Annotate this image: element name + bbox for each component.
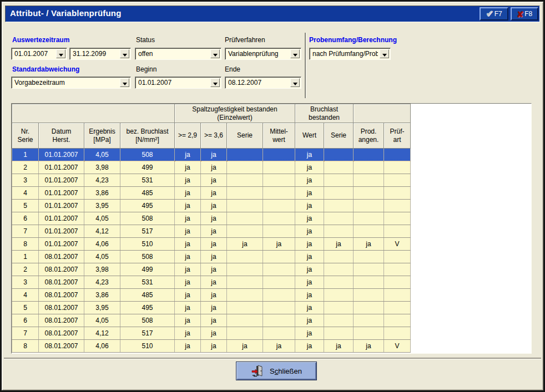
table-cell[interactable] [324, 276, 354, 289]
table-cell[interactable]: 4,23 [84, 276, 120, 289]
table-cell[interactable] [263, 302, 295, 314]
table-cell[interactable] [227, 302, 263, 314]
table-cell[interactable]: 499 [120, 161, 175, 174]
table-cell[interactable]: ja [295, 302, 324, 314]
table-cell[interactable]: ja [201, 302, 227, 314]
table-cell[interactable]: ja [175, 187, 201, 200]
table-cell[interactable] [324, 174, 354, 187]
table-cell[interactable] [384, 174, 411, 187]
table-cell[interactable] [324, 200, 354, 212]
table-cell[interactable]: 508 [120, 251, 175, 263]
table-cell[interactable]: V [384, 238, 411, 251]
table-cell[interactable]: ja [201, 276, 227, 289]
table-cell[interactable]: 3,98 [84, 161, 120, 174]
status-combobox[interactable]: offen [135, 48, 221, 60]
table-cell[interactable]: 4 [12, 187, 39, 200]
table-cell[interactable]: ja [295, 238, 324, 251]
table-cell[interactable]: 510 [120, 340, 175, 353]
table-cell[interactable] [354, 200, 384, 212]
table-row[interactable]: 608.01.20074,05508jajaja [12, 314, 411, 327]
standardabweichung-combobox[interactable]: Vorgabezeitraum [11, 77, 131, 89]
chevron-down-icon[interactable] [380, 49, 389, 58]
table-row[interactable]: 108.01.20074,05508jajaja [12, 251, 411, 263]
table-cell[interactable] [354, 212, 384, 225]
table-cell[interactable]: ja [175, 340, 201, 353]
table-cell[interactable] [263, 263, 295, 276]
table-cell[interactable]: ja [354, 238, 384, 251]
chevron-down-icon[interactable] [56, 49, 65, 58]
table-cell[interactable]: ja [175, 225, 201, 238]
table-cell[interactable]: ja [295, 149, 324, 161]
table-cell[interactable] [354, 314, 384, 327]
table-cell[interactable]: 2 [12, 263, 39, 276]
confirm-f7-button[interactable]: ✔ F7 [480, 7, 508, 21]
table-row[interactable]: 708.01.20074,12517jajaja [12, 327, 411, 340]
table-cell[interactable] [263, 276, 295, 289]
table-cell[interactable]: ja [175, 174, 201, 187]
table-cell[interactable] [354, 149, 384, 161]
table-row[interactable]: 101.01.20074,05508jajaja [12, 149, 411, 161]
table-cell[interactable]: ja [175, 263, 201, 276]
table-cell[interactable] [354, 263, 384, 276]
table-cell[interactable]: ja [295, 276, 324, 289]
table-cell[interactable] [227, 289, 263, 302]
table-cell[interactable]: 08.01.2007 [39, 314, 84, 327]
table-cell[interactable]: ja [201, 238, 227, 251]
table-cell[interactable]: ja [201, 225, 227, 238]
table-row[interactable]: 401.01.20073,86485jajaja [12, 187, 411, 200]
table-cell[interactable]: ja [295, 212, 324, 225]
table-cell[interactable]: ja [201, 340, 227, 353]
table-cell[interactable] [354, 327, 384, 340]
table-row[interactable]: 501.01.20073,95495jajaja [12, 200, 411, 212]
table-cell[interactable] [227, 314, 263, 327]
table-cell[interactable]: ja [175, 251, 201, 263]
table-cell[interactable] [324, 314, 354, 327]
table-cell[interactable]: ja [201, 263, 227, 276]
table-cell[interactable]: 6 [12, 314, 39, 327]
table-cell[interactable]: ja [201, 314, 227, 327]
table-cell[interactable] [227, 212, 263, 225]
table-cell[interactable]: ja [201, 251, 227, 263]
table-cell[interactable] [384, 276, 411, 289]
table-cell[interactable]: ja [263, 340, 295, 353]
table-cell[interactable]: 7 [12, 327, 39, 340]
table-cell[interactable] [227, 225, 263, 238]
table-cell[interactable] [227, 200, 263, 212]
table-cell[interactable]: 499 [120, 263, 175, 276]
table-cell[interactable] [263, 174, 295, 187]
table-cell[interactable]: ja [295, 340, 324, 353]
table-row[interactable]: 201.01.20073,98499jajaja [12, 161, 411, 174]
table-cell[interactable]: ja [295, 263, 324, 276]
table-cell[interactable]: ja [175, 276, 201, 289]
table-cell[interactable] [324, 161, 354, 174]
table-cell[interactable] [324, 263, 354, 276]
table-cell[interactable]: ja [175, 161, 201, 174]
table-cell[interactable]: 01.01.2007 [39, 174, 84, 187]
table-cell[interactable]: ja [201, 161, 227, 174]
table-cell[interactable] [324, 302, 354, 314]
table-row[interactable]: 308.01.20074,23531jajaja [12, 276, 411, 289]
table-cell[interactable]: ja [201, 200, 227, 212]
table-cell[interactable]: 4,05 [84, 314, 120, 327]
table-cell[interactable]: ja [175, 289, 201, 302]
table-cell[interactable] [384, 187, 411, 200]
table-cell[interactable] [324, 212, 354, 225]
table-cell[interactable]: ja [175, 238, 201, 251]
table-cell[interactable]: ja [201, 289, 227, 302]
table-cell[interactable] [354, 251, 384, 263]
table-cell[interactable]: ja [295, 314, 324, 327]
table-cell[interactable] [354, 174, 384, 187]
table-cell[interactable] [354, 302, 384, 314]
table-cell[interactable]: ja [175, 327, 201, 340]
table-cell[interactable]: ja [201, 149, 227, 161]
table-cell[interactable] [384, 225, 411, 238]
table-cell[interactable]: 08.01.2007 [39, 340, 84, 353]
table-cell[interactable]: 01.01.2007 [39, 200, 84, 212]
table-cell[interactable]: 6 [12, 212, 39, 225]
table-cell[interactable] [263, 200, 295, 212]
table-cell[interactable]: ja [354, 340, 384, 353]
table-cell[interactable] [324, 251, 354, 263]
table-cell[interactable] [384, 263, 411, 276]
auswertezeitraum-to-combobox[interactable]: 31.12.2099 [69, 48, 131, 60]
table-cell[interactable]: 08.01.2007 [39, 276, 84, 289]
